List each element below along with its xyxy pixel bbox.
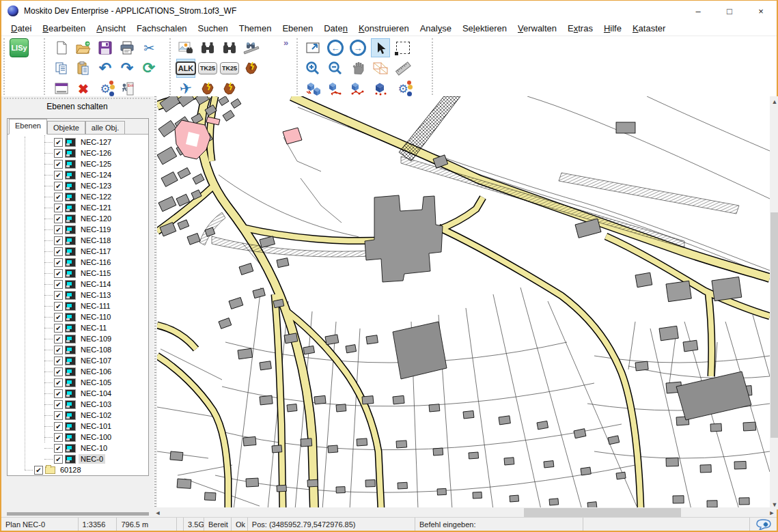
tree-item-layer[interactable]: ✔NEC-100 bbox=[44, 432, 113, 443]
redo-icon[interactable]: ↷ bbox=[117, 59, 137, 78]
layer-label[interactable]: NEC-101 bbox=[79, 421, 113, 431]
layer-label[interactable]: NEC-127 bbox=[79, 137, 113, 147]
settings-gears-icon[interactable]: ⚙ bbox=[96, 79, 115, 98]
view-back-button[interactable]: ← bbox=[326, 38, 345, 57]
cube-select-button[interactable] bbox=[371, 79, 390, 98]
layer-label[interactable]: NEC-118 bbox=[79, 236, 113, 245]
panel-resize-bar[interactable] bbox=[7, 512, 149, 516]
maximize-button[interactable]: □ bbox=[714, 1, 745, 21]
tree-item-layer[interactable]: ✔NEC-115 bbox=[44, 268, 113, 279]
pan-hand-button[interactable] bbox=[348, 59, 367, 78]
layer-label[interactable]: NEC-122 bbox=[79, 192, 113, 201]
menu-item-ansicht[interactable]: Ansicht bbox=[91, 22, 131, 35]
tree-item-layer[interactable]: ✔NEC-11 bbox=[44, 322, 109, 333]
tab-alle-obj-[interactable]: alle Obj. bbox=[85, 121, 125, 134]
tree-item-layer[interactable]: ✔NEC-107 bbox=[44, 355, 113, 366]
layer-label[interactable]: NEC-125 bbox=[79, 159, 113, 169]
tree-item-layer[interactable]: ✔NEC-105 bbox=[44, 377, 113, 388]
toolbar-grip[interactable] bbox=[296, 38, 300, 95]
layer-checkbox[interactable]: ✔ bbox=[54, 455, 63, 464]
layer-checkbox[interactable]: ✔ bbox=[54, 335, 63, 344]
layer-label[interactable]: NEC-123 bbox=[79, 181, 113, 191]
tree-item-layer[interactable]: ✔NEC-127 bbox=[44, 137, 113, 148]
select-rectangle-button[interactable] bbox=[393, 38, 413, 57]
panel-grip[interactable] bbox=[4, 98, 150, 99]
tree-item-layer[interactable]: ✔NEC-116 bbox=[44, 257, 113, 268]
command-input[interactable]: Befehl eingeben: bbox=[415, 518, 583, 531]
refresh-icon[interactable]: ⟳ bbox=[139, 59, 158, 78]
binoculars-button[interactable] bbox=[198, 38, 217, 57]
layer-label[interactable]: NEC-113 bbox=[79, 290, 113, 300]
layer-checkbox[interactable]: ✔ bbox=[54, 269, 63, 278]
layer-checkbox[interactable]: ✔ bbox=[54, 247, 63, 256]
menu-item-bearbeiten[interactable]: Bearbeiten bbox=[37, 22, 91, 35]
delete-icon[interactable]: ✖ bbox=[74, 79, 93, 98]
print-button[interactable] bbox=[117, 38, 137, 57]
cube-path-button[interactable] bbox=[326, 79, 345, 98]
tree-item-layer[interactable]: ✔NEC-102 bbox=[44, 410, 113, 421]
zoom-in-button[interactable] bbox=[303, 59, 322, 78]
layer-checkbox[interactable]: ✔ bbox=[54, 225, 63, 234]
layer-label[interactable]: NEC-108 bbox=[79, 345, 113, 354]
exit-button[interactable]: Exit bbox=[117, 79, 137, 98]
tree-item-layer[interactable]: ✔NEC-111 bbox=[44, 300, 113, 311]
layer-checkbox[interactable]: ✔ bbox=[54, 346, 63, 354]
layer-label[interactable]: 60128 bbox=[58, 465, 83, 475]
layer-checkbox[interactable]: ✔ bbox=[54, 214, 63, 223]
menu-item-extras[interactable]: Extras bbox=[562, 22, 598, 35]
menu-item-verwalten[interactable]: Verwalten bbox=[512, 22, 562, 35]
menu-item-analyse[interactable]: Analyse bbox=[415, 22, 457, 35]
toolbar-grip[interactable] bbox=[432, 38, 435, 95]
tree-item-layer[interactable]: ✔NEC-101 bbox=[44, 421, 113, 432]
menu-item-daten[interactable]: Daten bbox=[318, 22, 353, 35]
scroll-right-icon[interactable]: ► bbox=[767, 507, 777, 518]
tree-item-layer[interactable]: ✔NEC-118 bbox=[44, 235, 113, 246]
layer-checkbox[interactable]: ✔ bbox=[54, 258, 63, 267]
layer-label[interactable]: NEC-114 bbox=[79, 279, 113, 289]
tree-item-layer[interactable]: ✔NEC-114 bbox=[44, 279, 113, 290]
tree-item-layer[interactable]: ✔NEC-113 bbox=[44, 290, 113, 300]
select-cursor-button[interactable] bbox=[371, 38, 390, 57]
plane-icon[interactable]: ✈ bbox=[176, 79, 195, 98]
layer-label[interactable]: NEC-107 bbox=[79, 356, 113, 365]
tree-item-layer[interactable]: ✔NEC-109 bbox=[44, 333, 113, 344]
overlay-compare-button[interactable] bbox=[371, 59, 390, 78]
binoculars-alt-button[interactable] bbox=[220, 38, 239, 57]
layer-label[interactable]: NEC-120 bbox=[79, 214, 113, 223]
binoculars-slope-button[interactable] bbox=[242, 38, 261, 57]
tree-item-layer[interactable]: ✔NEC-104 bbox=[44, 388, 113, 399]
vertical-scrollbar[interactable]: ▲ ▼ bbox=[770, 96, 778, 509]
layer-checkbox[interactable]: ✔ bbox=[54, 236, 63, 245]
menu-item-konstruieren[interactable]: Konstruieren bbox=[353, 22, 415, 35]
layer-checkbox[interactable]: ✔ bbox=[54, 422, 63, 431]
tree-item-layer[interactable]: ✔NEC-126 bbox=[44, 148, 113, 158]
toolbar-grip[interactable] bbox=[3, 38, 7, 95]
layer-checkbox[interactable]: ✔ bbox=[54, 411, 63, 420]
undo-icon[interactable]: ↶ bbox=[96, 59, 115, 78]
menu-item-suchen[interactable]: Suchen bbox=[193, 22, 234, 35]
tree-item-layer[interactable]: ✔NEC-103 bbox=[44, 399, 113, 410]
layer-checkbox[interactable]: ✔ bbox=[54, 389, 63, 398]
map-viewport[interactable] bbox=[157, 96, 770, 509]
horizontal-scroll-thumb[interactable] bbox=[524, 508, 681, 517]
layer-checkbox[interactable]: ✔ bbox=[54, 302, 63, 311]
fit-window-button[interactable] bbox=[303, 38, 322, 57]
layer-label[interactable]: NEC-109 bbox=[79, 334, 113, 344]
toolbar-grip[interactable] bbox=[169, 38, 173, 95]
tree-item-layer[interactable]: ✔NEC-120 bbox=[44, 213, 113, 224]
tree-item-layer[interactable]: ✔NEC-10 bbox=[44, 443, 109, 453]
menu-item-selektieren[interactable]: Selektieren bbox=[457, 22, 512, 35]
layer-label[interactable]: NEC-110 bbox=[79, 312, 113, 322]
minimize-button[interactable]: – bbox=[682, 1, 714, 21]
new-document-button[interactable] bbox=[52, 38, 71, 57]
tree-item-layer[interactable]: ✔NEC-124 bbox=[44, 169, 113, 180]
assistant-bubble-icon[interactable] bbox=[750, 518, 777, 531]
tree-item-layer[interactable]: ✔NEC-117 bbox=[44, 246, 113, 257]
tree-item-layer[interactable]: ✔NEC-0 bbox=[44, 453, 105, 464]
layer-checkbox[interactable]: ✔ bbox=[54, 138, 63, 147]
menu-item-kataster[interactable]: Kataster bbox=[627, 22, 671, 35]
tab-objekte[interactable]: Objekte bbox=[47, 121, 85, 134]
menu-item-fachschalen[interactable]: Fachschalen bbox=[131, 22, 193, 35]
open-button[interactable] bbox=[74, 38, 93, 57]
window-button[interactable] bbox=[52, 79, 71, 98]
